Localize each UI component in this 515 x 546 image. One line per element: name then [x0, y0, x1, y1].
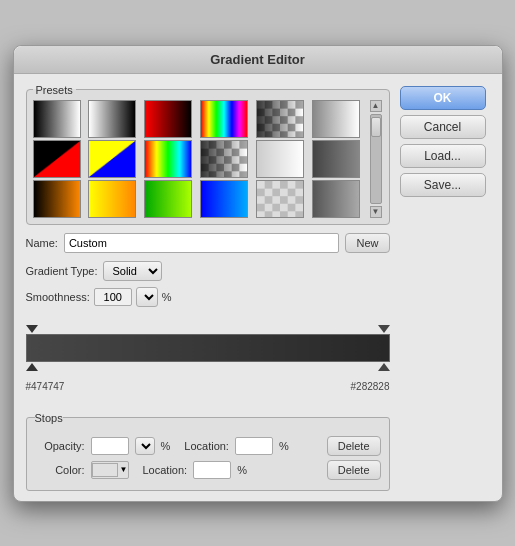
cancel-button[interactable]: Cancel [400, 115, 486, 139]
preset-swatch-9[interactable] [144, 140, 192, 178]
opacity-stop-left[interactable] [26, 325, 38, 333]
opacity-stop-right[interactable] [378, 325, 390, 333]
smoothness-dropdown[interactable]: ▼ [136, 287, 158, 307]
color-swatch-button[interactable]: ▼ [91, 461, 129, 479]
preset-swatch-13[interactable] [33, 180, 81, 218]
ok-button[interactable]: OK [400, 86, 486, 110]
preset-swatch-15[interactable] [144, 180, 192, 218]
preset-swatch-8[interactable] [88, 140, 136, 178]
presets-section: Presets [26, 84, 390, 225]
right-color-label: #282828 [351, 381, 390, 392]
opacity-location-percent: % [279, 440, 289, 452]
stops-legend: Stops [35, 412, 63, 424]
scroll-track[interactable] [370, 114, 382, 204]
scroll-thumb[interactable] [371, 117, 381, 137]
opacity-value-input[interactable] [91, 437, 129, 455]
gradient-labels: #474747 #282828 [26, 381, 390, 392]
color-stop-row: Color: ▼ Location: % Delete [35, 460, 381, 480]
color-location-percent: % [237, 464, 247, 476]
smoothness-row: Smoothness: ▼ % [26, 287, 390, 307]
preset-swatch-2[interactable] [88, 100, 136, 138]
preset-swatch-17[interactable] [256, 180, 304, 218]
smoothness-input[interactable] [94, 288, 132, 306]
preset-swatch-14[interactable] [88, 180, 136, 218]
color-stop-right[interactable] [378, 363, 390, 371]
color-location-label: Location: [143, 464, 188, 476]
gradient-bar-area: #474747 #282828 [26, 317, 390, 392]
gradient-type-select[interactable]: Solid Noise [103, 261, 162, 281]
color-location-input[interactable] [193, 461, 231, 479]
load-button[interactable]: Load... [400, 144, 486, 168]
delete-opacity-button[interactable]: Delete [327, 436, 381, 456]
name-input[interactable] [64, 233, 340, 253]
opacity-location-label: Location: [184, 440, 229, 452]
right-panel: OK Cancel Load... Save... [400, 84, 490, 491]
color-stop-left[interactable] [26, 363, 38, 371]
preset-swatch-18[interactable] [312, 180, 360, 218]
preset-swatch-4[interactable] [200, 100, 248, 138]
preset-swatch-10[interactable] [200, 140, 248, 178]
save-button[interactable]: Save... [400, 173, 486, 197]
name-label: Name: [26, 237, 58, 249]
color-swatch-arrow: ▼ [120, 465, 128, 474]
preset-swatch-16[interactable] [200, 180, 248, 218]
color-swatch-preview [92, 463, 118, 477]
scroll-down-arrow[interactable]: ▼ [370, 206, 382, 218]
preset-swatch-12[interactable] [312, 140, 360, 178]
new-button[interactable]: New [345, 233, 389, 253]
opacity-percent: % [161, 440, 171, 452]
preset-swatch-7[interactable] [33, 140, 81, 178]
delete-color-button[interactable]: Delete [327, 460, 381, 480]
title-bar: Gradient Editor [14, 46, 502, 74]
preset-swatch-1[interactable] [33, 100, 81, 138]
presets-legend: Presets [33, 84, 76, 96]
smoothness-unit: % [162, 291, 172, 303]
preset-swatch-3[interactable] [144, 100, 192, 138]
presets-grid [33, 100, 366, 218]
color-label: Color: [35, 464, 85, 476]
scroll-up-arrow[interactable]: ▲ [370, 100, 382, 112]
smoothness-label: Smoothness: [26, 291, 90, 303]
presets-scrollbar: ▲ ▼ [369, 100, 383, 218]
preset-swatch-6[interactable] [312, 100, 360, 138]
opacity-dropdown[interactable]: ▼ [135, 437, 155, 455]
name-row: Name: New [26, 233, 390, 253]
gradient-type-row: Gradient Type: Solid Noise [26, 261, 390, 281]
left-panel: Presets [26, 84, 390, 491]
gradient-type-label: Gradient Type: [26, 265, 98, 277]
opacity-location-input[interactable] [235, 437, 273, 455]
gradient-preview-bar[interactable] [26, 334, 390, 362]
left-color-label: #474747 [26, 381, 65, 392]
preset-swatch-11[interactable] [256, 140, 304, 178]
gradient-editor-dialog: Gradient Editor Presets [13, 45, 503, 502]
preset-swatch-5[interactable] [256, 100, 304, 138]
stops-section: Stops Opacity: ▼ % Location: % Delete Co… [26, 412, 390, 491]
opacity-stop-row: Opacity: ▼ % Location: % Delete [35, 436, 381, 456]
dialog-title: Gradient Editor [210, 52, 305, 67]
opacity-label: Opacity: [35, 440, 85, 452]
